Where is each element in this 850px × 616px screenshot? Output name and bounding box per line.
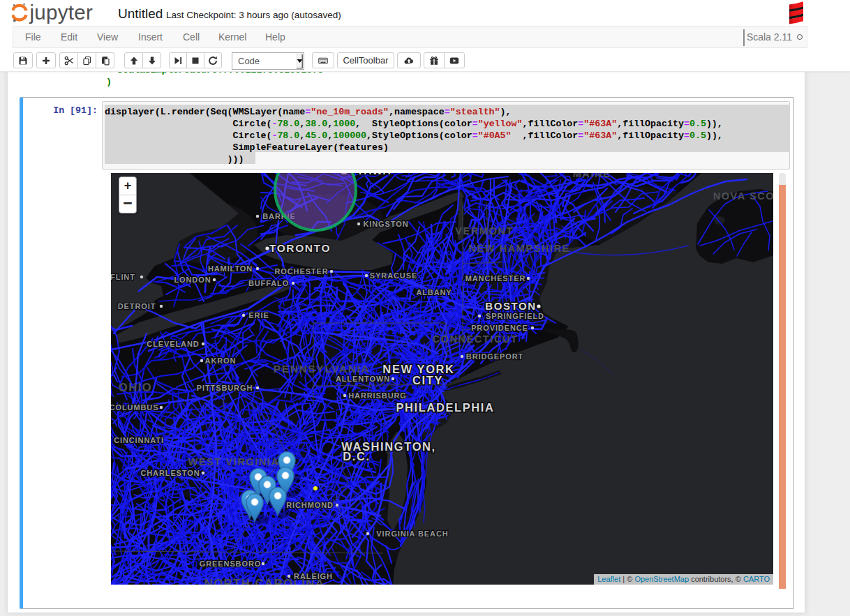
svg-text:CINCINNATI: CINCINNATI xyxy=(114,436,164,444)
svg-text:MAINE: MAINE xyxy=(573,173,611,179)
svg-text:PROVIDENCE: PROVIDENCE xyxy=(471,324,528,332)
svg-text:ALLENTOWN: ALLENTOWN xyxy=(336,375,390,383)
svg-text:VERMONT: VERMONT xyxy=(455,225,514,236)
svg-text:MANCHESTER: MANCHESTER xyxy=(465,274,526,283)
svg-text:SYRACUSE: SYRACUSE xyxy=(370,271,417,280)
svg-text:SPRINGFIELD: SPRINGFIELD xyxy=(486,312,544,320)
svg-text:D.C.: D.C. xyxy=(343,450,370,463)
svg-text:COLUMBUS: COLUMBUS xyxy=(111,403,158,412)
svg-text:CONNECTICUT: CONNECTICUT xyxy=(432,333,518,345)
svg-text:LONDON: LONDON xyxy=(174,276,211,284)
svg-text:NOVA SCOTIA: NOVA SCOTIA xyxy=(713,190,773,202)
svg-text:ALBANY: ALBANY xyxy=(416,288,452,296)
svg-text:RALEIGH: RALEIGH xyxy=(294,572,333,580)
svg-text:BRIDGEPORT: BRIDGEPORT xyxy=(466,352,523,361)
svg-text:NEW HAMPSHIRE: NEW HAMPSHIRE xyxy=(468,243,570,254)
svg-text:CHARLESTON: CHARLESTON xyxy=(140,469,200,477)
svg-text:HARRISBURG: HARRISBURG xyxy=(348,391,407,400)
svg-text:GREENSBORO: GREENSBORO xyxy=(200,559,261,568)
svg-text:KINGSTON: KINGSTON xyxy=(363,220,408,228)
svg-text:TORONTO: TORONTO xyxy=(269,242,331,254)
svg-text:ERIE: ERIE xyxy=(248,311,269,320)
svg-text:DETROIT: DETROIT xyxy=(118,302,156,310)
svg-text:PENNSYLVANIA: PENNSYLVANIA xyxy=(274,363,370,375)
svg-text:RICHMOND: RICHMOND xyxy=(286,501,334,509)
svg-text:BOSTON: BOSTON xyxy=(485,300,537,312)
svg-text:BUFFALO: BUFFALO xyxy=(248,279,289,287)
svg-text:PITTSBURGH: PITTSBURGH xyxy=(197,384,253,392)
svg-text:CLEVELAND: CLEVELAND xyxy=(147,340,199,348)
svg-text:OHIO: OHIO xyxy=(119,381,153,393)
svg-text:HAMILTON: HAMILTON xyxy=(208,264,253,273)
svg-text:PHILADELPHIA: PHILADELPHIA xyxy=(396,401,494,414)
svg-text:FLINT: FLINT xyxy=(111,273,135,281)
svg-text:ROCHESTER: ROCHESTER xyxy=(274,267,328,276)
svg-text:WEST VIRGINIA: WEST VIRGINIA xyxy=(188,456,279,467)
svg-text:VIRGINIA BEACH: VIRGINIA BEACH xyxy=(376,529,448,538)
svg-text:CITY: CITY xyxy=(412,374,443,386)
svg-text:jupyter: jupyter xyxy=(29,1,94,24)
svg-text:AKRON: AKRON xyxy=(205,356,237,365)
